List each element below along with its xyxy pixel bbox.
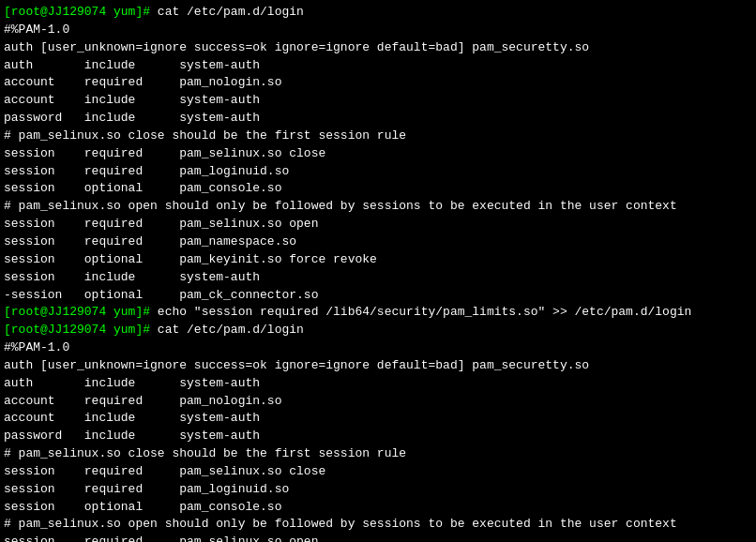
terminal-line: password include system-auth: [4, 110, 752, 128]
terminal-line: account required pam_nologin.so: [4, 393, 752, 411]
terminal-line: # pam_selinux.so close should be the fir…: [4, 128, 752, 145]
terminal-line: account include system-auth: [4, 410, 752, 428]
terminal-line: auth include system-auth: [4, 375, 752, 393]
terminal-line: # pam_selinux.so open should only be fol…: [4, 198, 752, 216]
terminal-line: [root@JJ129074 yum]# echo "session requi…: [4, 304, 752, 322]
terminal-window: [root@JJ129074 yum]# cat /etc/pam.d/logi…: [0, 0, 756, 542]
terminal-line: #%PAM-1.0: [4, 22, 752, 39]
terminal-line: auth include system-auth: [4, 57, 752, 75]
terminal-line: session required pam_selinux.so close: [4, 463, 752, 481]
terminal-line: session required pam_selinux.so open: [4, 534, 752, 542]
terminal-line: account include system-auth: [4, 92, 752, 110]
terminal-line: # pam_selinux.so close should be the fir…: [4, 445, 752, 463]
terminal-line: session required pam_namespace.so: [4, 233, 752, 251]
terminal-line: [root@JJ129074 yum]# cat /etc/pam.d/logi…: [4, 4, 752, 22]
terminal-line: session required pam_selinux.so close: [4, 145, 752, 163]
terminal-line: session include system-auth: [4, 269, 752, 287]
terminal-output: [root@JJ129074 yum]# cat /etc/pam.d/logi…: [4, 4, 752, 542]
terminal-line: account required pam_nologin.so: [4, 74, 752, 92]
terminal-line: password include system-auth: [4, 428, 752, 445]
terminal-line: session optional pam_console.so: [4, 499, 752, 517]
terminal-line: session optional pam_keyinit.so force re…: [4, 251, 752, 269]
terminal-line: auth [user_unknown=ignore success=ok ign…: [4, 39, 752, 57]
terminal-line: -session optional pam_ck_connector.so: [4, 287, 752, 305]
terminal-line: #%PAM-1.0: [4, 339, 752, 357]
terminal-line: [root@JJ129074 yum]# cat /etc/pam.d/logi…: [4, 322, 752, 339]
terminal-line: session required pam_selinux.so open: [4, 216, 752, 233]
terminal-line: session required pam_loginuid.so: [4, 163, 752, 181]
terminal-line: # pam_selinux.so open should only be fol…: [4, 516, 752, 534]
terminal-line: session optional pam_console.so: [4, 180, 752, 198]
terminal-line: session required pam_loginuid.so: [4, 481, 752, 499]
terminal-line: auth [user_unknown=ignore success=ok ign…: [4, 357, 752, 375]
